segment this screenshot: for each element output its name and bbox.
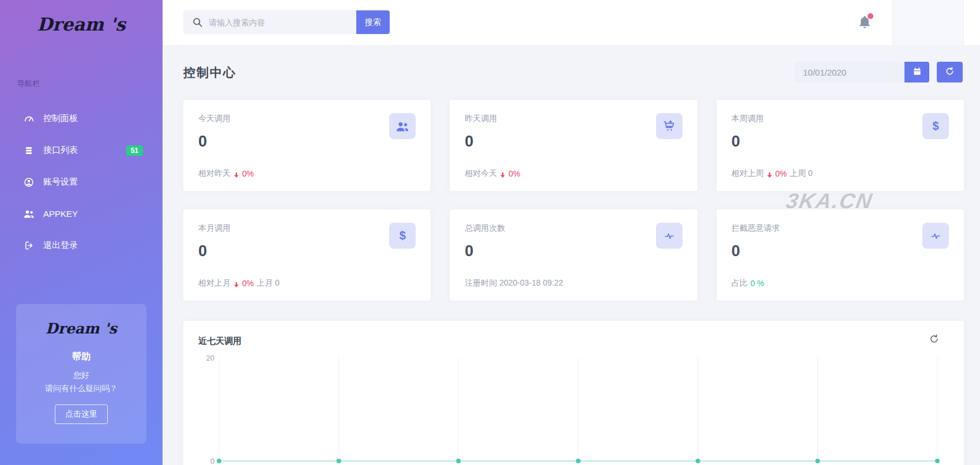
- user-circle-icon: [23, 177, 35, 188]
- sidebar: Dream 's 导航栏 控制面板 接口列表 51 账号设置: [0, 0, 163, 465]
- footer-delta: 0%: [242, 169, 254, 178]
- chart-card: 200 近七天调用: [183, 321, 964, 465]
- card-value: 0: [465, 133, 682, 151]
- activity-icon: [656, 223, 683, 249]
- stat-card-today: 今天调用 0 相对昨天 0%: [183, 100, 431, 191]
- footer-delta: 0 %: [751, 279, 764, 288]
- dashboard-page: Dream 's 导航栏 控制面板 接口列表 51 账号设置: [0, 0, 980, 465]
- search-button[interactable]: 搜索: [356, 10, 390, 34]
- page-title: 控制中心: [183, 65, 236, 81]
- svg-text:0: 0: [210, 457, 214, 465]
- card-label: 本月调用: [198, 223, 416, 234]
- card-value: 0: [732, 242, 949, 260]
- users-icon: [23, 208, 35, 220]
- topbar-user-panel[interactable]: [893, 0, 964, 45]
- footer-delta: 0%: [242, 279, 254, 288]
- sidebar-item-label: APPKEY: [43, 209, 78, 219]
- notification-dot: [868, 13, 873, 19]
- sidebar-item-label: 接口列表: [43, 145, 78, 156]
- help-card: Dream 's 帮助 您好 请问有什么疑问吗？ 点击这里: [16, 304, 146, 444]
- dollar-icon: $: [922, 113, 949, 139]
- footer-prefix: 相对上周: [732, 168, 764, 179]
- help-card-greeting: 您好: [16, 370, 146, 381]
- date-input[interactable]: [795, 62, 904, 82]
- card-label: 拦截恶意请求: [732, 223, 949, 234]
- bell-icon: [857, 21, 872, 31]
- cart-plus-icon: [656, 113, 683, 139]
- sidebar-item-label: 退出登录: [43, 240, 78, 251]
- dollar-icon: $: [389, 223, 416, 249]
- stat-card-this-week: 本周调用 0 相对上周 0% 上周 0 $: [717, 100, 964, 191]
- logout-icon: [23, 240, 35, 252]
- refresh-icon: [929, 337, 940, 346]
- refresh-button[interactable]: [937, 62, 963, 82]
- people-icon: [389, 113, 416, 139]
- stat-card-this-month: 本月调用 0 相对上月 0% 上月 0 $: [183, 209, 431, 301]
- database-icon: [23, 145, 35, 156]
- card-value: 0: [198, 242, 416, 260]
- chart-refresh-button[interactable]: [928, 333, 940, 345]
- help-card-logo: Dream 's: [16, 320, 146, 337]
- sync-icon: [945, 66, 955, 78]
- footer-prefix: 占比: [732, 278, 748, 288]
- sidebar-item-appkey[interactable]: APPKEY: [0, 198, 163, 230]
- card-footer: 相对上周 0% 上周 0: [732, 168, 813, 179]
- footer-prefix: 相对昨天: [198, 168, 231, 179]
- brand-logo: Dream 's: [0, 0, 163, 37]
- footer-delta: 0%: [508, 169, 520, 178]
- card-value: 0: [465, 242, 682, 260]
- speedometer-icon: [23, 113, 35, 125]
- search-input[interactable]: [183, 10, 356, 34]
- notifications-button[interactable]: [857, 14, 875, 32]
- card-footer: 相对今天 0%: [465, 168, 520, 179]
- date-controls: [795, 62, 963, 82]
- stat-card-total-calls: 总调用次数 0 注册时间 2020-03-18 09:22: [450, 209, 697, 301]
- footer-prefix: 相对上月: [198, 278, 231, 288]
- calendar-button[interactable]: [904, 62, 929, 82]
- chart-title: 近七天调用: [198, 336, 242, 347]
- nav-section-label: 导航栏: [17, 78, 163, 89]
- sidebar-item-account-settings[interactable]: 账号设置: [0, 166, 163, 198]
- footer-delta: 0%: [775, 169, 787, 178]
- card-label: 昨天调用: [465, 114, 682, 124]
- card-label: 本周调用: [732, 114, 949, 124]
- svg-text:20: 20: [206, 354, 214, 362]
- card-label: 今天调用: [198, 114, 416, 124]
- arrow-down-icon: [233, 171, 239, 177]
- calendar-icon: [913, 67, 922, 78]
- activity-icon: [922, 223, 949, 249]
- stat-card-blocked-requests: 拦截恶意请求 0 占比 0 %: [717, 209, 964, 301]
- card-footer: 占比 0 %: [732, 278, 764, 288]
- help-card-title: 帮助: [16, 351, 146, 363]
- search-icon: [192, 17, 203, 28]
- sidebar-item-dashboard[interactable]: 控制面板: [0, 103, 163, 134]
- arrow-down-icon: [767, 171, 772, 177]
- sidebar-item-label: 控制面板: [43, 113, 78, 124]
- card-value: 0: [198, 133, 416, 151]
- arrow-down-icon: [500, 171, 506, 177]
- sidebar-item-label: 账号设置: [43, 177, 78, 187]
- footer-prefix: 相对今天: [465, 168, 497, 179]
- card-footer: 相对昨天 0%: [198, 168, 254, 179]
- weekly-usage-chart: 200: [183, 321, 964, 465]
- sidebar-item-api-list[interactable]: 接口列表 51: [0, 134, 163, 166]
- search-box: 搜索: [183, 10, 390, 34]
- arrow-down-icon: [233, 280, 239, 287]
- footer-prefix: 注册时间 2020-03-18 09:22: [465, 278, 563, 288]
- help-card-question: 请问有什么疑问吗？: [16, 384, 146, 394]
- sidebar-item-logout[interactable]: 退出登录: [0, 230, 163, 261]
- card-footer: 注册时间 2020-03-18 09:22: [465, 278, 563, 288]
- topbar: 搜索: [163, 0, 980, 45]
- main-content: 控制中心 今天调用 0 相对昨天 0%: [163, 45, 980, 465]
- card-footer: 相对上月 0% 上月 0: [198, 278, 280, 288]
- card-value: 0: [732, 133, 949, 151]
- stat-card-yesterday: 昨天调用 0 相对今天 0%: [450, 100, 697, 191]
- api-count-badge: 51: [126, 145, 143, 156]
- footer-suffix: 上月 0: [257, 278, 280, 288]
- watermark: 3KA.CN: [784, 189, 875, 213]
- sidebar-nav: 控制面板 接口列表 51 账号设置 APPKEY: [0, 103, 163, 261]
- footer-suffix: 上周 0: [790, 168, 813, 179]
- card-label: 总调用次数: [465, 223, 682, 234]
- help-contact-button[interactable]: 点击这里: [55, 404, 108, 424]
